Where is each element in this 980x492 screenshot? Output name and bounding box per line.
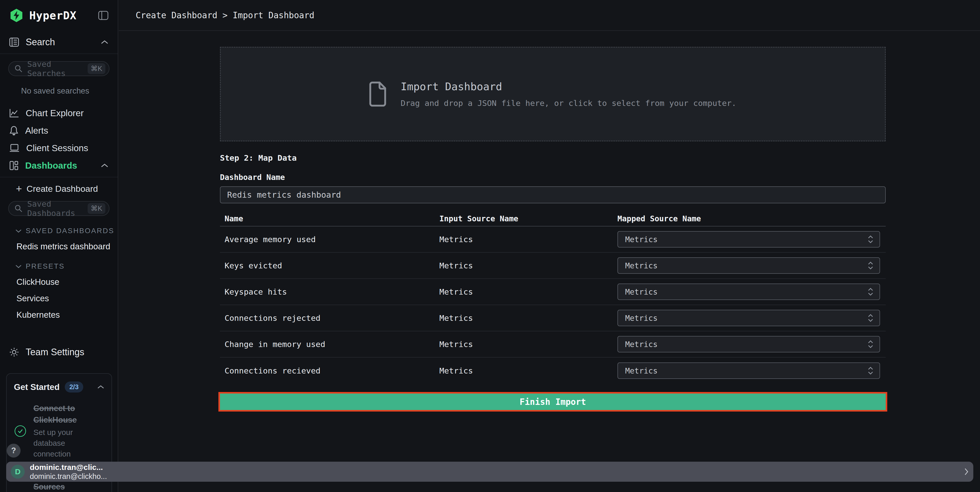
create-dashboard-button[interactable]: + Create Dashboard: [0, 183, 118, 194]
mapped-source-select[interactable]: Metrics: [617, 363, 880, 379]
dropzone-subtitle: Drag and drop a JSON file here, or click…: [401, 99, 736, 108]
sidebar: HyperDX Search Saved Searches ⌘K: [0, 0, 118, 492]
preset-link-clickhouse[interactable]: ClickHouse: [0, 277, 118, 287]
input-source-cell: Metrics: [439, 261, 617, 270]
sidebar-item-team-settings[interactable]: Team Settings: [0, 344, 118, 361]
select-chevrons-icon: [868, 261, 873, 270]
laptop-icon: [9, 144, 19, 153]
input-source-cell: Metrics: [439, 235, 617, 244]
search-icon: [14, 204, 22, 213]
metric-name-cell: Connections rejected: [220, 313, 439, 323]
dashboard-name-input[interactable]: Redis metrics dashboard: [220, 186, 886, 203]
mapped-source-value: Metrics: [625, 314, 868, 323]
search-section-label: Search: [26, 37, 55, 48]
input-source-cell: Metrics: [439, 339, 617, 349]
mapped-source-select[interactable]: Metrics: [617, 310, 880, 326]
preset-link-kubernetes[interactable]: Kubernetes: [0, 310, 118, 320]
dashboards-icon: [9, 161, 19, 170]
metric-name-cell: Connections recieved: [220, 366, 439, 375]
shortcut-badge: ⌘K: [88, 203, 105, 214]
help-button[interactable]: ?: [7, 444, 21, 457]
saved-dashboards-section-toggle[interactable]: SAVED DASHBOARDS: [0, 227, 118, 235]
main-area: Create Dashboard > Import Dashboard Impo…: [119, 0, 980, 492]
table-row: Change in memory used Metrics Metrics: [220, 331, 886, 358]
saved-dashboard-link[interactable]: Redis metrics dashboard: [0, 242, 118, 252]
dropzone-title: Import Dashboard: [401, 80, 736, 93]
mapped-source-select[interactable]: Metrics: [617, 283, 880, 300]
chevron-down-icon: [16, 229, 22, 233]
sidebar-item-dashboards[interactable]: Dashboards: [0, 157, 118, 174]
gear-icon: [9, 347, 19, 357]
chevron-up-icon: [101, 163, 108, 168]
breadcrumb: Create Dashboard > Import Dashboard: [136, 10, 314, 20]
select-chevrons-icon: [868, 313, 873, 323]
table-row: Keyspace hits Metrics Metrics: [220, 279, 886, 305]
metric-name-cell: Keys evicted: [220, 261, 439, 270]
bell-icon: [9, 126, 19, 135]
hyperdx-logo-icon: [9, 8, 24, 22]
metric-name-cell: Average memory used: [220, 235, 439, 244]
hyperdx-app: { "app": { "name": "HyperDX" }, "topbar"…: [0, 0, 980, 492]
input-source-cell: Metrics: [439, 287, 617, 296]
saved-searches-input[interactable]: Saved Searches ⌘K: [8, 61, 110, 76]
select-chevrons-icon: [868, 235, 873, 244]
column-header-name: Name: [220, 214, 439, 223]
sidebar-collapse-icon[interactable]: [98, 11, 108, 20]
select-chevrons-icon: [868, 339, 873, 349]
source-mapping-table: Name Input Source Name Mapped Source Nam…: [220, 211, 886, 384]
saved-dashboards-placeholder: Saved Dashboards: [27, 199, 78, 218]
metric-name-cell: Change in memory used: [220, 339, 439, 349]
sidebar-item-alerts[interactable]: Alerts: [0, 122, 118, 139]
mapped-source-select[interactable]: Metrics: [617, 257, 880, 274]
file-icon: [369, 81, 386, 107]
preset-link-services[interactable]: Services: [0, 293, 118, 303]
finish-import-button[interactable]: Finish Import: [220, 393, 886, 410]
search-section-icon: [9, 38, 19, 47]
select-chevrons-icon: [868, 366, 873, 375]
get-started-header[interactable]: Get Started 2/3: [14, 382, 104, 393]
shortcut-badge: ⌘K: [88, 63, 105, 74]
chart-explorer-icon: [9, 108, 19, 118]
mapped-source-value: Metrics: [625, 235, 868, 244]
search-icon: [14, 65, 22, 73]
sidebar-item-client-sessions[interactable]: Client Sessions: [0, 139, 118, 157]
presets-section-toggle[interactable]: PRESETS: [0, 262, 118, 271]
no-saved-searches-text: No saved searches: [21, 86, 118, 96]
sidebar-section-search[interactable]: Search: [0, 31, 118, 54]
user-name: dominic.tran@clic...: [30, 463, 959, 472]
column-header-mapped-source: Mapped Source Name: [617, 214, 886, 223]
mapped-source-select[interactable]: Metrics: [617, 336, 880, 352]
table-row: Average memory used Metrics Metrics: [220, 226, 886, 253]
progress-badge: 2/3: [65, 382, 83, 393]
app-title: HyperDX: [29, 9, 76, 22]
topbar: Create Dashboard > Import Dashboard: [119, 0, 980, 31]
mapped-source-select[interactable]: Metrics: [617, 231, 880, 248]
user-menu[interactable]: D dominic.tran@clic... dominic.tran@clic…: [6, 462, 973, 482]
sidebar-divider: [0, 177, 118, 177]
check-circle-icon: [14, 425, 27, 437]
mapped-source-value: Metrics: [625, 287, 868, 296]
column-header-input-source: Input Source Name: [439, 214, 617, 223]
input-source-cell: Metrics: [439, 366, 617, 375]
mapped-source-value: Metrics: [625, 261, 868, 270]
user-email: dominic.tran@clickho...: [30, 472, 959, 481]
dashboard-name-label: Dashboard Name: [220, 173, 980, 182]
table-row: Connections recieved Metrics Metrics: [220, 358, 886, 384]
input-source-cell: Metrics: [439, 313, 617, 323]
step-heading: Step 2: Map Data: [220, 153, 980, 162]
plus-icon: +: [16, 183, 22, 194]
chevron-down-icon: [16, 264, 22, 268]
table-row: Connections rejected Metrics Metrics: [220, 305, 886, 331]
table-header-row: Name Input Source Name Mapped Source Nam…: [220, 211, 886, 226]
get-started-item[interactable]: Connect to ClickHouse Set up your databa…: [14, 403, 104, 459]
chevron-right-icon: [964, 468, 969, 476]
saved-dashboards-input[interactable]: Saved Dashboards ⌘K: [8, 201, 110, 216]
sidebar-item-chart-explorer[interactable]: Chart Explorer: [0, 104, 118, 122]
chevron-up-icon: [101, 40, 108, 45]
table-row: Keys evicted Metrics Metrics: [220, 253, 886, 279]
mapped-source-value: Metrics: [625, 366, 868, 375]
metric-name-cell: Keyspace hits: [220, 287, 439, 296]
select-chevrons-icon: [868, 287, 873, 296]
json-file-dropzone[interactable]: Import Dashboard Drag and drop a JSON fi…: [220, 47, 886, 142]
mapped-source-value: Metrics: [625, 340, 868, 349]
